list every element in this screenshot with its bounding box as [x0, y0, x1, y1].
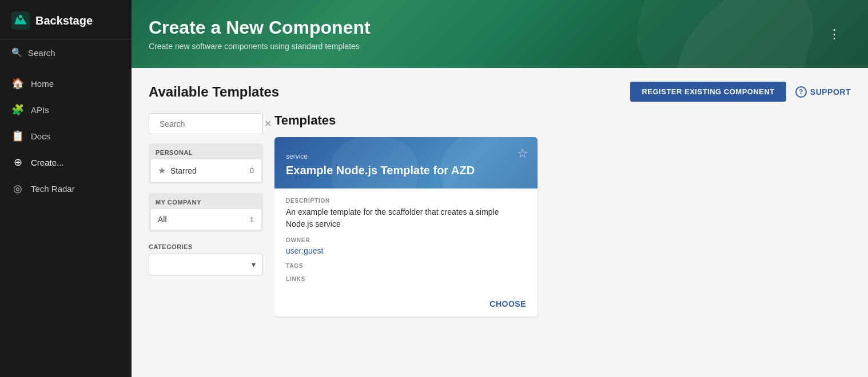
- choose-button[interactable]: CHOOSE: [489, 299, 526, 308]
- starred-filter-item[interactable]: ★ Starred 0: [151, 159, 261, 182]
- sidebar-logo-text: Backstage: [35, 14, 93, 27]
- sidebar-item-create[interactable]: ⊕ Create...: [0, 149, 132, 175]
- card-body: DESCRIPTION An example template for the …: [274, 188, 537, 294]
- categories-dropdown[interactable]: ▾: [149, 254, 263, 275]
- support-button[interactable]: ? SUPPORT: [795, 86, 851, 98]
- owner-label: OWNER: [286, 237, 526, 243]
- sidebar-item-tech-radar[interactable]: ◎ Tech Radar: [0, 175, 132, 202]
- card-title: Example Node.js Template for AZD: [286, 164, 526, 177]
- card-type: service: [286, 153, 526, 161]
- content-header: Available Templates REGISTER EXISTING CO…: [149, 82, 851, 102]
- backstage-logo-icon: [11, 11, 30, 30]
- home-icon: 🏠: [11, 77, 24, 90]
- description-value: An example template for the scaffolder t…: [286, 206, 526, 230]
- filter-panel: ✕ PERSONAL ★ Starred 0 MY COMPANY: [149, 113, 263, 363]
- sidebar-search-item[interactable]: 🔍 Search: [0, 39, 132, 66]
- chevron-down-icon: ▾: [252, 260, 256, 269]
- categories-section: CATEGORIES ▾: [149, 241, 263, 275]
- sidebar-item-create-label: Create...: [31, 158, 64, 167]
- available-templates-title: Available Templates: [149, 84, 279, 100]
- tags-label: TAGS: [286, 263, 526, 269]
- owner-link[interactable]: user:guest: [286, 246, 323, 255]
- sidebar-nav: 🏠 Home 🧩 APIs 📋 Docs ⊕ Create... ◎ Tech …: [0, 66, 132, 206]
- sidebar-item-apis-label: APIs: [31, 105, 49, 115]
- header-banner: Create a New Component Create new softwa…: [132, 0, 868, 68]
- register-existing-component-button[interactable]: REGISTER EXISTING COMPONENT: [630, 82, 786, 102]
- links-label: LINKS: [286, 276, 526, 282]
- personal-filter-section: PERSONAL ★ Starred 0: [149, 143, 263, 184]
- header-actions: REGISTER EXISTING COMPONENT ? SUPPORT: [630, 82, 851, 102]
- svg-point-1: [19, 15, 22, 18]
- main-content: Create a New Component Create new softwa…: [132, 0, 868, 377]
- support-icon: ?: [795, 86, 807, 98]
- sidebar-item-docs[interactable]: 📋 Docs: [0, 123, 132, 149]
- sidebar-item-docs-label: Docs: [31, 131, 50, 141]
- starred-count: 0: [250, 166, 254, 175]
- sidebar: Backstage 🔍 Search 🏠 Home 🧩 APIs 📋 Docs …: [0, 0, 132, 377]
- svg-rect-0: [11, 11, 30, 30]
- templates-panel: Templates ☆ service Example Node.js Temp…: [274, 113, 851, 363]
- my-company-section-label: MY COMPANY: [149, 193, 263, 209]
- template-card: ☆ service Example Node.js Template for A…: [274, 137, 537, 316]
- categories-label: CATEGORIES: [149, 243, 263, 250]
- card-star-icon[interactable]: ☆: [517, 146, 528, 161]
- apis-icon: 🧩: [11, 103, 24, 116]
- two-column-layout: ✕ PERSONAL ★ Starred 0 MY COMPANY: [149, 113, 851, 363]
- description-label: DESCRIPTION: [286, 198, 526, 204]
- header-text: Create a New Component Create new softwa…: [149, 17, 371, 51]
- templates-list: ☆ service Example Node.js Template for A…: [274, 137, 851, 363]
- clear-search-icon[interactable]: ✕: [264, 118, 272, 129]
- my-company-filter-section: MY COMPANY All 1: [149, 193, 263, 232]
- content-area: Available Templates REGISTER EXISTING CO…: [132, 68, 868, 377]
- starred-label: Starred: [170, 166, 197, 175]
- all-filter-item[interactable]: All 1: [151, 209, 261, 230]
- card-footer: CHOOSE: [274, 294, 537, 316]
- card-banner: ☆ service Example Node.js Template for A…: [274, 137, 537, 188]
- page-title: Create a New Component: [149, 17, 371, 38]
- search-icon: 🔍: [11, 47, 22, 58]
- create-icon: ⊕: [11, 156, 24, 169]
- docs-icon: 📋: [11, 130, 24, 142]
- personal-section-label: PERSONAL: [149, 143, 263, 159]
- templates-section-title: Templates: [274, 113, 851, 128]
- sidebar-item-apis[interactable]: 🧩 APIs: [0, 97, 132, 123]
- sidebar-item-home[interactable]: 🏠 Home: [0, 70, 132, 97]
- tech-radar-icon: ◎: [11, 182, 24, 195]
- search-input[interactable]: [160, 119, 260, 129]
- sidebar-search-label: Search: [28, 48, 55, 58]
- header-menu-icon[interactable]: ⋮: [823, 25, 845, 44]
- star-icon: ★: [158, 165, 166, 176]
- sidebar-item-home-label: Home: [31, 79, 54, 89]
- sidebar-item-tech-radar-label: Tech Radar: [31, 184, 75, 194]
- template-search-box[interactable]: ✕: [149, 113, 263, 134]
- sidebar-logo: Backstage: [0, 0, 132, 39]
- all-label: All: [158, 215, 167, 224]
- all-count: 1: [250, 215, 254, 224]
- support-label: SUPPORT: [810, 87, 851, 97]
- page-subtitle: Create new software components using sta…: [149, 42, 371, 51]
